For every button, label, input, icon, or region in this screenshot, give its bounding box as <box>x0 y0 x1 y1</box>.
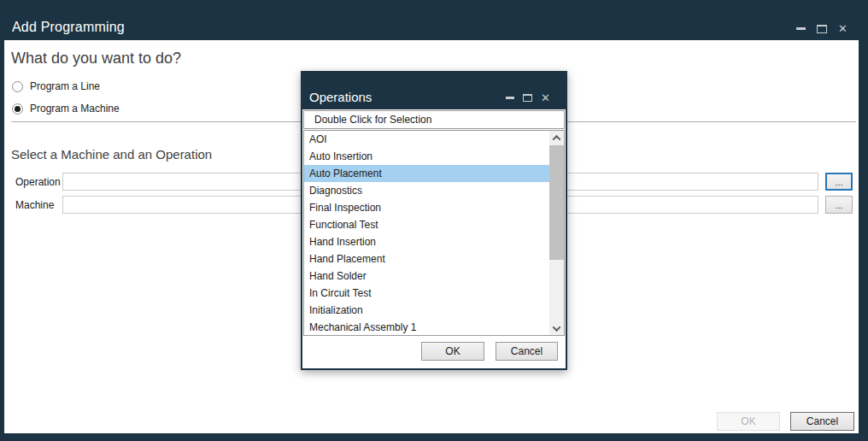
minimize-button[interactable] <box>796 27 806 30</box>
maximize-button[interactable] <box>817 25 827 33</box>
operation-list-item[interactable]: Functional Test <box>304 216 549 233</box>
operation-list-item[interactable]: In Circuit Test <box>304 285 549 302</box>
operation-list-item[interactable]: Hand Placement <box>304 250 549 268</box>
main-window-controls: ✕ <box>796 23 847 34</box>
machine-browse-button[interactable]: ... <box>825 196 853 214</box>
operation-list-item[interactable]: Final Inspection <box>304 199 549 216</box>
operations-window-controls: ✕ <box>506 92 550 103</box>
operation-list-item-selected[interactable]: Auto Placement <box>304 165 549 182</box>
radio-program-a-machine[interactable]: Program a Machine <box>12 102 120 115</box>
operation-label: Operation <box>15 176 61 188</box>
minimize-button[interactable] <box>506 97 514 99</box>
chevron-up-icon <box>553 134 561 143</box>
cancel-button[interactable]: Cancel <box>790 412 854 431</box>
add-programming-window: Add Programming ✕ What do you want to do… <box>0 0 868 441</box>
radio-unselected-icon <box>12 81 23 92</box>
scroll-up-button[interactable] <box>549 131 564 144</box>
maximize-icon <box>523 94 532 102</box>
minimize-icon <box>796 27 806 30</box>
operation-browse-button[interactable]: ... <box>825 173 853 191</box>
scrollbar-thumb[interactable] <box>549 145 564 260</box>
radio-program-a-line[interactable]: Program a Line <box>12 79 100 93</box>
maximize-button[interactable] <box>523 94 532 102</box>
operations-ok-button[interactable]: OK <box>421 342 484 361</box>
main-titlebar[interactable]: Add Programming ✕ <box>0 0 868 40</box>
close-icon: ✕ <box>541 92 550 103</box>
operation-list-item[interactable]: Mechanical Assembly 1 <box>304 319 549 336</box>
selection-heading: Select a Machine and an Operation <box>11 147 212 162</box>
operation-list-item[interactable]: Initialization <box>304 302 549 319</box>
close-button[interactable]: ✕ <box>838 23 847 34</box>
close-icon: ✕ <box>838 23 847 34</box>
operation-list-item[interactable]: AOI <box>304 131 549 148</box>
operation-list-item[interactable]: Diagnostics <box>304 182 549 199</box>
operations-list: AOI Auto Insertion Auto Placement Diagno… <box>303 130 565 336</box>
operations-titlebar[interactable]: Operations ✕ <box>301 71 567 109</box>
scroll-down-button[interactable] <box>549 321 564 335</box>
minimize-icon <box>506 97 514 99</box>
operation-list-item[interactable]: Auto Insertion <box>304 148 549 165</box>
operation-list-item[interactable]: Hand Insertion <box>304 233 549 250</box>
ok-button[interactable]: OK <box>717 412 780 431</box>
radio-label: Program a Machine <box>30 103 120 115</box>
close-button[interactable]: ✕ <box>541 92 550 103</box>
operations-dialog: Operations ✕ Double Click for Selection … <box>301 71 567 370</box>
maximize-icon <box>817 25 827 33</box>
radio-selected-icon <box>12 103 23 115</box>
operations-cancel-button[interactable]: Cancel <box>496 342 558 361</box>
chevron-down-icon <box>553 323 561 332</box>
question-heading: What do you want to do? <box>11 50 181 68</box>
operation-list-item[interactable]: Hand Solder <box>304 268 549 285</box>
list-scrollbar[interactable] <box>549 131 564 335</box>
machine-label: Machine <box>15 199 54 211</box>
operations-dialog-content: Double Click for Selection AOI Auto Inse… <box>302 109 566 368</box>
list-column-header: Double Click for Selection <box>303 110 565 129</box>
operations-dialog-title: Operations <box>309 90 372 104</box>
window-title: Add Programming <box>12 20 125 35</box>
radio-label: Program a Line <box>30 80 100 92</box>
